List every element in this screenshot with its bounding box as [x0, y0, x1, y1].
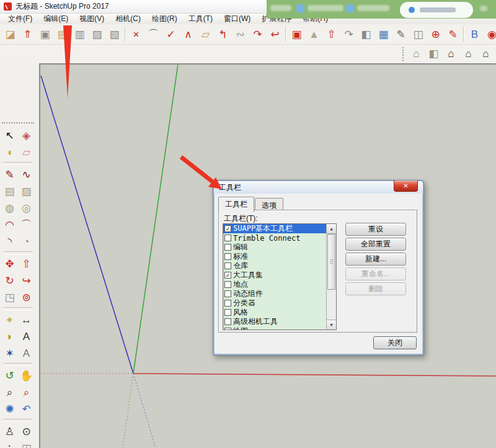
position-camera-icon[interactable]: ♙	[2, 423, 18, 440]
push-pull-icon[interactable]: ⇧	[19, 256, 35, 272]
toolbar-list-item[interactable]: 动态组件	[223, 289, 326, 298]
style-house-roof-icon[interactable]: ⌂	[461, 46, 476, 61]
eraser-icon[interactable]: ▱	[19, 144, 35, 161]
toolbar-drag-handle[interactable]	[402, 47, 406, 61]
menu-tools[interactable]: 工具(T)	[183, 13, 218, 25]
arc-arrow-icon[interactable]: ↷	[341, 27, 356, 42]
orbit-icon[interactable]: ↺	[2, 367, 18, 384]
style-box-icon[interactable]: ◧	[426, 46, 441, 61]
previous-view-icon[interactable]: ↶	[19, 401, 35, 418]
style-house-plain-icon[interactable]: ⌂	[478, 46, 494, 61]
line-tool-icon[interactable]: ✎	[2, 166, 18, 183]
polygon-icon[interactable]: ◎	[19, 200, 35, 217]
curve-erase-icon[interactable]: ×	[128, 27, 144, 42]
toolbars-list[interactable]: ✓ SUAPP基本工具栏 Trimble Connect 编辑 标准	[223, 223, 337, 330]
look-around-icon[interactable]: ⊙	[19, 423, 35, 440]
checkbox[interactable]	[224, 300, 231, 307]
scroll-up-button[interactable]: ▲	[327, 224, 336, 234]
scroll-down-button[interactable]: ▼	[327, 320, 336, 329]
make-component-icon[interactable]: ◈	[19, 127, 35, 144]
checkbox[interactable]: ✓	[224, 272, 231, 279]
style-house-shaded-icon[interactable]: ⌂	[409, 46, 424, 61]
note-dropper-icon[interactable]: ✎	[393, 27, 409, 42]
component-array-icon[interactable]: ▦	[376, 27, 391, 42]
reset-button[interactable]: 重设	[345, 223, 406, 236]
toolbar-drag-handle[interactable]	[2, 122, 34, 126]
lift-box-icon[interactable]: ⇧	[324, 27, 339, 42]
toolbar-list-item[interactable]: Trimble Connect	[223, 233, 326, 243]
scroll-thumb[interactable]	[327, 234, 335, 290]
two-point-arc-icon[interactable]: ⌒	[19, 217, 35, 233]
suapp-window-icon[interactable]: ▣	[37, 27, 53, 42]
list-scrollbar[interactable]: ▲ ▼	[326, 224, 336, 329]
move-icon[interactable]: ✥	[2, 256, 18, 272]
toolbar-list-item[interactable]: 标准	[223, 252, 326, 261]
checkbox[interactable]	[224, 328, 231, 329]
toolbar-list-item[interactable]: 地点	[223, 280, 326, 289]
three-point-arc-icon[interactable]: ◝	[2, 233, 18, 250]
delete-button[interactable]: 删除	[345, 282, 406, 295]
section-plane-icon[interactable]: ◰	[19, 440, 35, 448]
circle-icon[interactable]: ◍	[2, 200, 18, 217]
toolbar-list-item[interactable]: 高级相机工具	[223, 317, 326, 326]
reset-all-button[interactable]: 全部重置	[345, 238, 406, 251]
suapp-extrude-icon[interactable]: ⇑	[20, 27, 35, 42]
checkbox[interactable]: ✓	[224, 225, 231, 232]
dimension-icon[interactable]: ↔	[19, 311, 35, 328]
checkbox[interactable]	[224, 253, 231, 260]
toolbar-list-item[interactable]: 仓库	[223, 261, 326, 271]
toolbar-list-item[interactable]: ✓ SUAPP基本工具栏	[223, 224, 326, 233]
solid-box-icon[interactable]: ◧	[358, 27, 374, 42]
dialog-close-action-button[interactable]: 关闭	[373, 336, 417, 349]
scale-icon[interactable]: ◳	[2, 289, 18, 306]
suapp-wall-icon[interactable]: ▤	[55, 27, 70, 42]
face-tool-icon[interactable]: ▱	[198, 27, 213, 42]
checkbox[interactable]	[224, 235, 231, 241]
bezier-beads-icon[interactable]: ∾	[232, 27, 248, 42]
fold-surface-icon[interactable]: ▲	[306, 27, 322, 42]
walk-icon[interactable]: ∴	[2, 440, 18, 448]
axis-target-icon[interactable]: ⊕	[428, 27, 443, 42]
menu-window[interactable]: 窗口(W)	[218, 13, 256, 25]
freehand-icon[interactable]: ∿	[19, 166, 35, 183]
checkbox[interactable]	[224, 318, 231, 325]
red-pen-icon[interactable]: ✎	[445, 27, 461, 42]
tab-toolbars[interactable]: 工具栏	[218, 197, 254, 212]
axes-icon[interactable]: ✶	[2, 345, 18, 362]
3d-text-icon[interactable]: A	[19, 345, 35, 362]
follow-me-icon[interactable]: ↪	[19, 272, 35, 289]
hook-curve-icon[interactable]: ↷	[250, 27, 265, 42]
toolbar-list-item[interactable]: 分类器	[223, 298, 326, 308]
arc-icon[interactable]: ◠	[2, 217, 18, 233]
rotate-icon[interactable]: ↻	[2, 272, 18, 289]
menu-view[interactable]: 视图(V)	[74, 13, 110, 25]
suapp-fold-face-icon[interactable]: ◪	[2, 27, 18, 42]
toolbar-list-item[interactable]: 编辑	[223, 243, 326, 252]
paint-bucket-icon[interactable]: ◖	[2, 144, 18, 161]
text-icon[interactable]: A	[19, 328, 35, 345]
suapp-louver-icon[interactable]: ▨	[89, 27, 105, 42]
pie-icon[interactable]: ◔	[19, 233, 35, 250]
toolbar-list-item[interactable]: 风格	[223, 308, 326, 317]
checkbox[interactable]	[224, 281, 231, 288]
checkbox[interactable]	[224, 262, 231, 269]
rename-button[interactable]: 重命名...	[345, 267, 406, 280]
menu-file[interactable]: 文件(F)	[2, 13, 38, 25]
menu-edit[interactable]: 编辑(E)	[38, 13, 74, 25]
dialog-titlebar[interactable]: 工具栏 ✕	[214, 181, 423, 194]
fold-back-icon[interactable]: ↩	[267, 27, 283, 42]
checkbox[interactable]	[224, 290, 231, 297]
fold-book-icon[interactable]: ◫	[410, 27, 426, 42]
protractor-icon[interactable]: ◗	[2, 328, 18, 345]
checkbox[interactable]	[224, 309, 231, 316]
pan-icon[interactable]: ✋	[19, 367, 35, 384]
suapp-louver-alt-icon[interactable]: ▧	[107, 27, 122, 42]
push-face-icon[interactable]: ↰	[215, 27, 231, 42]
select-tool-icon[interactable]: ↖	[2, 127, 18, 144]
suapp-logo-icon[interactable]: ◉	[484, 27, 496, 42]
bim-b-icon[interactable]: B	[467, 27, 482, 42]
zoom-extents-icon[interactable]: ✺	[2, 401, 18, 418]
tape-measure-icon[interactable]: ⌖	[2, 311, 18, 328]
menu-camera[interactable]: 相机(C)	[110, 13, 146, 25]
new-button[interactable]: 新建...	[345, 253, 406, 266]
